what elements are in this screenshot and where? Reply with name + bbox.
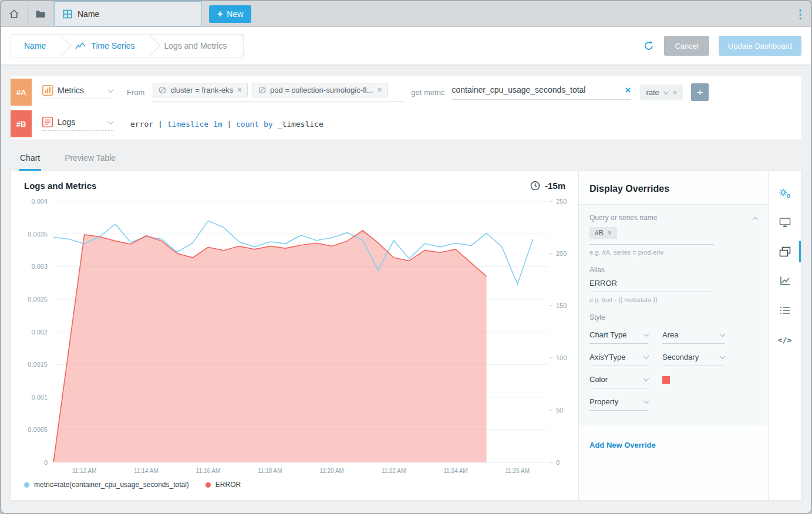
time-range[interactable]: -15m	[530, 181, 565, 191]
breadcrumb-panel[interactable]: Time Series	[62, 41, 147, 50]
query-token-keyword: count by	[236, 120, 277, 128]
query-badge-a: #A	[11, 79, 32, 106]
svg-text:0.004: 0.004	[31, 198, 48, 205]
remove-series-icon[interactable]: ×	[608, 229, 612, 236]
overrides-title: Display Overrides	[579, 171, 768, 204]
legend-settings-button[interactable]	[769, 296, 801, 325]
new-tab-button[interactable]: + New	[209, 5, 251, 23]
chart-type-value-select[interactable]: Area	[662, 330, 725, 344]
query-type-select-b[interactable]: Logs	[42, 117, 113, 131]
clear-metric-icon[interactable]: ×	[625, 85, 631, 95]
dashboard-tab[interactable]: Name	[54, 1, 202, 26]
property-label: Property	[589, 397, 618, 406]
overrides-panels-icon	[779, 246, 791, 257]
svg-text:0.003: 0.003	[31, 263, 48, 270]
svg-text:11:14 AM: 11:14 AM	[134, 468, 159, 474]
metrics-icon	[42, 85, 53, 96]
remove-filter-icon[interactable]: ×	[237, 86, 242, 94]
add-new-override-link[interactable]: Add New Override	[579, 425, 666, 465]
update-dashboard-button[interactable]: Update Dashboard	[719, 36, 801, 56]
list-icon	[779, 306, 791, 315]
gears-icon	[779, 188, 791, 199]
metric-filters-input[interactable]: cluster = frank-eks × pod = collection-s…	[151, 83, 404, 102]
remove-filter-icon[interactable]: ×	[377, 86, 382, 94]
refresh-icon[interactable]	[643, 40, 655, 52]
axes-settings-button[interactable]	[769, 266, 801, 296]
chart-type-select[interactable]: Chart Type	[589, 330, 648, 344]
chevron-down-icon	[720, 353, 726, 359]
settings-button[interactable]	[769, 178, 801, 208]
query-series-input[interactable]: #B ×	[589, 222, 714, 245]
query-type-label-a: Metrics	[58, 86, 84, 95]
legend-dot-metric	[24, 482, 29, 488]
display-button[interactable]	[769, 208, 801, 237]
legend-label-metric: metric=rate(container_cpu_usage_seconds_…	[34, 481, 189, 489]
display-overrides-button[interactable]	[769, 237, 801, 266]
metric-name-input[interactable]: container_cpu_usage_seconds_total ×	[452, 85, 631, 100]
svg-text:11:24 AM: 11:24 AM	[443, 468, 468, 474]
dashboard-tab-label: Name	[78, 9, 99, 19]
operator-chip-rate[interactable]: rate ×	[640, 84, 683, 100]
chevron-down-icon	[108, 119, 114, 124]
filter-chip[interactable]: pod = collection-sumologic-fl... ×	[252, 83, 388, 97]
from-label: From	[127, 88, 144, 97]
chart-type-value: Area	[662, 330, 678, 339]
query-series-chip[interactable]: #B ×	[589, 227, 617, 239]
tab-preview-table[interactable]: Preview Table	[63, 148, 117, 171]
svg-text:100: 100	[556, 354, 567, 361]
code-icon: </>	[778, 336, 791, 344]
chart-axes-icon	[779, 276, 791, 286]
query-series-chip-label: #B	[595, 229, 604, 237]
chart-panel: Logs and Metrics -15m 0.0040.00350.0030.…	[11, 171, 578, 500]
json-editor-button[interactable]: </>	[769, 325, 801, 354]
breadcrumb-bar: Name Time Series Logs and Metrics Cancel…	[1, 27, 811, 65]
svg-text:0.0015: 0.0015	[28, 361, 48, 368]
timeseries-icon	[75, 42, 86, 50]
library-button[interactable]	[28, 1, 54, 26]
plus-icon: +	[217, 9, 223, 19]
tab-chart[interactable]: Chart	[19, 148, 41, 171]
query-token: |	[158, 120, 167, 128]
svg-text:150: 150	[556, 302, 567, 309]
svg-text:200: 200	[556, 250, 567, 257]
property-select[interactable]: Property	[589, 397, 648, 411]
main-content: Logs and Metrics -15m 0.0040.00350.0030.…	[11, 171, 801, 501]
color-swatch[interactable]	[662, 376, 670, 384]
query-row-a: #A Metrics From cluster = frank-eks × po…	[11, 76, 801, 108]
filter-chip-label: pod = collection-sumologic-fl...	[270, 86, 373, 94]
top-tab-bar: Name + New ⋮	[1, 1, 811, 27]
legend-item-error[interactable]: ERROR	[205, 481, 241, 489]
alias-input[interactable]: ERROR	[589, 274, 714, 292]
legend-item-metric[interactable]: metric=rate(container_cpu_usage_seconds_…	[24, 481, 189, 489]
axis-y-type-label: AxisYType	[589, 353, 625, 361]
breadcrumb-separator	[139, 35, 160, 57]
header-actions: Cancel Update Dashboard	[643, 36, 801, 56]
query-token: |	[227, 120, 236, 128]
query-badge-b: #B	[11, 110, 32, 137]
home-button[interactable]	[1, 1, 28, 26]
add-operator-button[interactable]: +	[691, 83, 709, 101]
chevron-down-icon	[643, 376, 649, 381]
remove-operator-icon[interactable]: ×	[673, 89, 678, 96]
svg-text:11:16 AM: 11:16 AM	[196, 468, 221, 474]
svg-text:11:20 AM: 11:20 AM	[319, 468, 344, 474]
svg-text:11:22 AM: 11:22 AM	[382, 468, 406, 474]
svg-text:0: 0	[44, 459, 48, 466]
axis-y-type-value-select[interactable]: Secondary	[662, 353, 725, 366]
logs-query-input[interactable]: error | timeslice 1m | count by _timesli…	[130, 120, 324, 128]
clock-icon	[530, 181, 540, 191]
logs-icon	[42, 117, 53, 127]
query-type-select-a[interactable]: Metrics	[42, 85, 113, 99]
overflow-menu-icon[interactable]: ⋮	[790, 1, 811, 26]
collapse-chevron-icon[interactable]	[753, 217, 759, 222]
svg-text:0.001: 0.001	[31, 394, 48, 401]
cancel-button[interactable]: Cancel	[664, 36, 709, 56]
query-token: _timeslice	[277, 120, 323, 128]
color-select[interactable]: Color	[589, 375, 648, 388]
chevron-down-icon	[663, 89, 669, 94]
home-icon	[9, 9, 19, 19]
chevron-down-icon	[643, 398, 649, 404]
new-tab-label: New	[227, 9, 243, 19]
filter-chip[interactable]: cluster = frank-eks ×	[153, 83, 248, 97]
axis-y-type-select[interactable]: AxisYType	[589, 353, 648, 366]
